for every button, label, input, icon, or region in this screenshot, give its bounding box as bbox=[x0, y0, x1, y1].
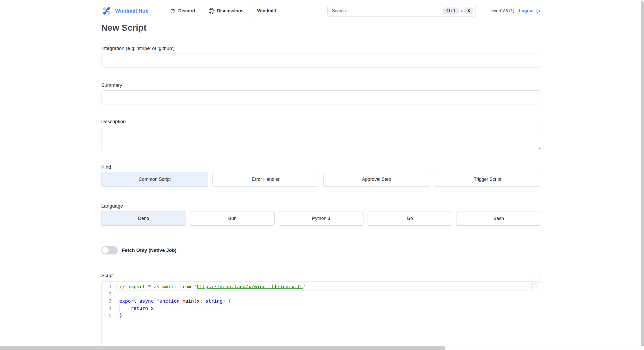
fetch-only-label: Fetch Only (Native Job) bbox=[122, 247, 176, 253]
summary-input[interactable] bbox=[101, 90, 541, 104]
kind-option-approval-step[interactable]: Approval Step bbox=[323, 172, 430, 187]
header: Windmill Hub Discord bbox=[101, 5, 541, 17]
search-box: Ctrl + K bbox=[327, 5, 476, 17]
kbd-plus: + bbox=[461, 9, 463, 13]
language-option-bun[interactable]: Bun bbox=[190, 211, 275, 226]
nav-discussions-label: Discussions bbox=[217, 8, 243, 14]
description-label: Description bbox=[101, 118, 541, 124]
editor-mode-toggle[interactable] bbox=[531, 273, 541, 278]
line-content: return x bbox=[116, 305, 154, 312]
code-line-5[interactable]: 5} bbox=[101, 312, 541, 319]
nav-windmill[interactable]: Windmill bbox=[250, 8, 283, 14]
kind-label: Kind bbox=[101, 164, 541, 170]
language-option-python-3[interactable]: Python 3 bbox=[279, 211, 363, 226]
language-option-deno[interactable]: Deno bbox=[101, 211, 186, 226]
search-input[interactable] bbox=[332, 8, 443, 13]
line-number: 3 bbox=[101, 297, 116, 305]
github-icon bbox=[209, 8, 215, 14]
integration-input[interactable] bbox=[101, 54, 541, 67]
nav-discord-label: Discord bbox=[178, 8, 195, 14]
line-content bbox=[116, 290, 119, 297]
language-label: Language bbox=[101, 203, 541, 209]
language-option-bash[interactable]: Bash bbox=[456, 211, 541, 226]
line-number: 5 bbox=[101, 312, 116, 319]
code-line-4[interactable]: 4 return x bbox=[101, 305, 541, 312]
logout-label: Logout bbox=[519, 8, 534, 13]
kind-option-common-script[interactable]: Common Script bbox=[101, 172, 208, 187]
header-nav: Discord Discussions Windmill bbox=[163, 5, 283, 17]
line-content: } bbox=[116, 312, 122, 319]
description-textarea[interactable] bbox=[101, 127, 541, 150]
editor-scrollbar-track bbox=[531, 281, 531, 346]
logout-link[interactable]: Logout bbox=[519, 8, 541, 14]
kind-option-error-handler[interactable]: Error Handler bbox=[212, 172, 319, 187]
language-options: DenoBunPython 3GoBash bbox=[101, 211, 541, 226]
windmill-logo-icon bbox=[101, 5, 112, 16]
editor-scrollbar-thumb[interactable] bbox=[531, 283, 537, 290]
nav-discord[interactable]: Discord bbox=[163, 8, 202, 14]
nav-windmill-label: Windmill bbox=[257, 8, 276, 14]
fetch-only-row: Fetch Only (Native Job) bbox=[101, 246, 541, 254]
kind-option-trigger-script[interactable]: Trigger Script bbox=[434, 172, 541, 187]
language-option-go[interactable]: Go bbox=[368, 211, 452, 226]
fetch-only-toggle[interactable] bbox=[101, 246, 118, 254]
line-content: export async function main(x: string) { bbox=[116, 297, 231, 305]
code-line-2[interactable]: 2 bbox=[101, 290, 541, 297]
kind-options: Common ScriptError HandlerApproval StepT… bbox=[101, 172, 541, 187]
username: henri186 (1) bbox=[491, 8, 514, 13]
code-line-1[interactable]: 1// import * as wmill from 'https://deno… bbox=[101, 283, 541, 290]
brand-link[interactable]: Windmill Hub bbox=[101, 5, 149, 16]
page-title: New Script bbox=[101, 22, 541, 33]
kbd-k: K bbox=[464, 7, 473, 14]
kbd-ctrl: Ctrl bbox=[443, 7, 459, 14]
code-line-3[interactable]: 3export async function main(x: string) { bbox=[101, 297, 541, 305]
script-header-row: Script bbox=[101, 272, 541, 278]
page-horizontal-scrollbar-thumb[interactable] bbox=[0, 346, 445, 350]
code-editor[interactable]: 1// import * as wmill from 'https://deno… bbox=[101, 281, 541, 346]
toggle-knob bbox=[102, 247, 109, 254]
line-number: 2 bbox=[101, 290, 116, 297]
line-number: 4 bbox=[101, 305, 116, 312]
page-horizontal-scrollbar[interactable] bbox=[0, 346, 644, 350]
page-vertical-scrollbar-thumb[interactable] bbox=[641, 2, 644, 346]
brand-name: Windmill Hub bbox=[115, 8, 149, 14]
script-label: Script bbox=[101, 272, 114, 278]
code-lines: 1// import * as wmill from 'https://deno… bbox=[101, 281, 541, 319]
user-area: henri186 (1) Logout bbox=[491, 8, 541, 14]
nav-discussions[interactable]: Discussions bbox=[202, 8, 250, 14]
discord-icon bbox=[170, 8, 176, 14]
line-content: // import * as wmill from 'https://deno.… bbox=[116, 283, 306, 290]
logout-icon bbox=[535, 8, 541, 14]
page-vertical-scrollbar[interactable] bbox=[641, 0, 644, 346]
line-number: 1 bbox=[101, 283, 116, 290]
summary-label: Summary bbox=[101, 82, 541, 88]
integration-label: Integration (e.g: 'stripe' or 'github') bbox=[101, 45, 541, 51]
main-content: Windmill Hub Discord bbox=[101, 5, 541, 346]
